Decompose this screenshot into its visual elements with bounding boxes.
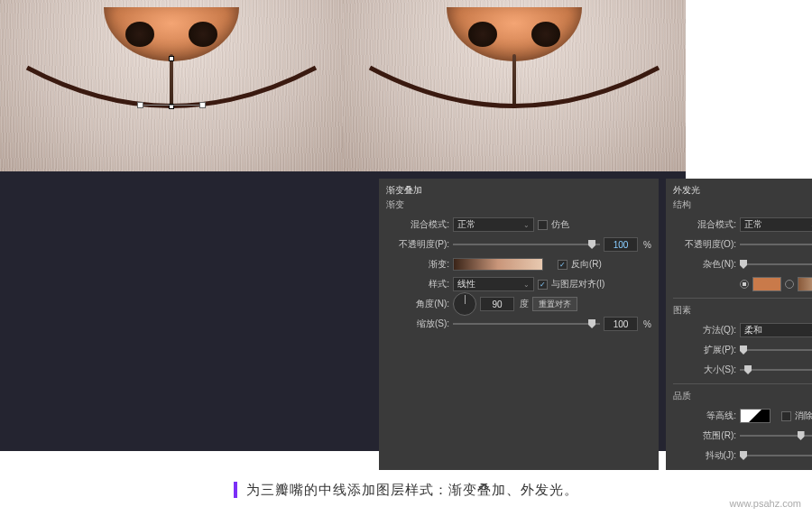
caption-text: 为三瓣嘴的中线添加图层样式：渐变叠加、外发光。 (246, 482, 578, 499)
blend-mode-label: 混合模式: (386, 218, 449, 231)
gradient-overlay-panel: 渐变叠加 渐变 混合模式: 正常 仿色 不透明度(P): 100 % 渐变: 反… (379, 179, 659, 473)
noise-label: 杂色(N): (673, 258, 736, 271)
antialias-label: 消除锯齿(L) (795, 410, 812, 422)
structure-label: 结构 (673, 198, 812, 211)
align-label: 与图层对齐(I) (551, 278, 604, 290)
anchor-top[interactable] (169, 56, 174, 61)
size-label: 大小(S): (673, 364, 736, 376)
blend-mode-select[interactable]: 正常 (453, 217, 534, 232)
opacity-label: 不透明度(P): (386, 238, 449, 251)
contour-label: 等高线: (673, 410, 736, 422)
dither-checkbox[interactable] (538, 220, 548, 230)
spread-label: 扩展(P): (673, 344, 736, 356)
nostril-left (468, 22, 497, 47)
jitter-label: 抖动(J): (673, 449, 736, 462)
technique-label: 方法(Q): (673, 324, 736, 336)
glow-color-swatch[interactable] (752, 277, 781, 291)
dither-label: 仿色 (551, 218, 569, 231)
nostril-right (189, 22, 217, 47)
reset-align-button[interactable]: 重置对齐 (532, 297, 577, 311)
reverse-label: 反向(R) (571, 258, 602, 271)
contour-preview[interactable] (740, 409, 770, 423)
preview-after (343, 0, 686, 171)
jitter-slider[interactable] (740, 449, 812, 462)
gradient-preview[interactable] (453, 258, 543, 271)
preview-before (0, 0, 343, 171)
gradient-radio[interactable] (785, 280, 794, 289)
style-label: 样式: (386, 278, 449, 290)
opacity-label: 不透明度(O): (673, 238, 736, 251)
smile-path (18, 59, 325, 122)
glow-gradient-swatch[interactable] (798, 277, 812, 291)
scale-label: 缩放(S): (386, 318, 449, 330)
color-radio[interactable] (740, 280, 749, 289)
outer-glow-panel: 外发光 结构 混合模式: 正常 不透明度(O): 82 % 杂色(N): 0 % (666, 179, 812, 473)
smile-path (361, 59, 668, 122)
separator (673, 298, 812, 299)
layer-style-panels: 渐变叠加 渐变 混合模式: 正常 仿色 不透明度(P): 100 % 渐变: 反… (0, 179, 812, 473)
blend-mode-label: 混合模式: (673, 218, 736, 231)
range-label: 范围(R): (673, 429, 736, 442)
caption-bar: 为三瓣嘴的中线添加图层样式：渐变叠加、外发光。 (0, 470, 812, 510)
nostril-right (531, 22, 560, 47)
align-checkbox[interactable] (538, 280, 548, 290)
elements-label: 图素 (673, 304, 812, 317)
scale-value[interactable]: 100 (604, 317, 638, 331)
style-select[interactable]: 线性 (453, 277, 534, 291)
spread-slider[interactable] (740, 344, 812, 356)
opacity-value[interactable]: 100 (604, 237, 638, 252)
noise-slider[interactable] (740, 258, 812, 271)
blend-mode-select[interactable]: 正常 (740, 217, 812, 232)
antialias-checkbox[interactable] (781, 411, 791, 421)
size-slider[interactable] (740, 364, 812, 376)
bezier-handle[interactable] (140, 105, 203, 106)
quality-label: 品质 (673, 390, 812, 402)
technique-select[interactable]: 柔和 (740, 323, 812, 337)
panel-title: 渐变叠加 (386, 184, 651, 197)
panel-title: 外发光 (673, 184, 812, 197)
accent-bar (234, 482, 237, 498)
panel-subtitle: 渐变 (386, 198, 651, 211)
reverse-checkbox[interactable] (558, 260, 567, 270)
tutorial-canvas: 渐变叠加 渐变 混合模式: 正常 仿色 不透明度(P): 100 % 渐变: 反… (0, 0, 686, 451)
opacity-slider[interactable] (453, 238, 600, 251)
preview-row (0, 0, 686, 171)
angle-dial[interactable] (453, 292, 476, 316)
watermark: www.psahz.com (730, 498, 801, 509)
opacity-slider[interactable] (740, 238, 812, 251)
separator (673, 383, 812, 384)
nostril-left (125, 22, 154, 47)
gradient-label: 渐变: (386, 258, 449, 271)
angle-value[interactable]: 90 (480, 297, 514, 311)
range-slider[interactable] (740, 429, 812, 442)
scale-slider[interactable] (453, 318, 600, 330)
angle-label: 角度(N): (386, 298, 449, 310)
